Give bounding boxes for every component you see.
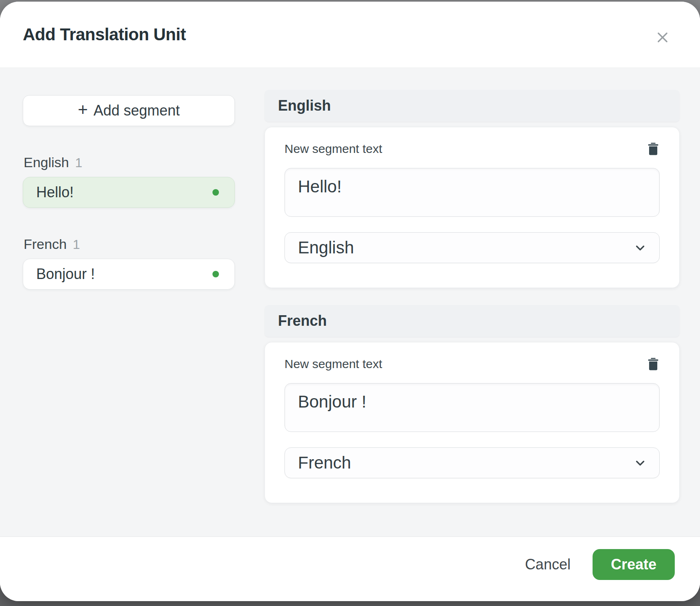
language-group-label-english: English 1: [23, 155, 235, 170]
language-group-label-french: French 1: [23, 236, 235, 252]
section-title: French: [278, 312, 327, 329]
close-button[interactable]: [653, 28, 672, 47]
delete-segment-button[interactable]: [644, 355, 662, 373]
segment-list-item-french[interactable]: Bonjour !: [23, 259, 235, 290]
language-select[interactable]: French: [284, 447, 660, 478]
group-count-badge: 1: [75, 155, 83, 170]
segment-card: New segment text Bonjour !: [265, 342, 680, 503]
segment-editor-panel: English New segment text: [265, 90, 680, 536]
dialog-header: Add Translation Unit: [0, 2, 700, 68]
editor-section-english: English New segment text: [265, 90, 680, 288]
segment-text-input[interactable]: Bonjour !: [284, 383, 660, 432]
status-dot-icon: [212, 271, 219, 277]
card-label-row: New segment text: [284, 355, 660, 373]
segment-card: New segment text Hello!: [265, 127, 680, 288]
create-button[interactable]: Create: [593, 549, 675, 580]
dialog-body: + Add segment English 1 Hello! French 1 …: [0, 68, 700, 537]
group-language: English: [24, 155, 69, 170]
language-select-value: French: [298, 453, 351, 473]
segment-text-label: New segment text: [284, 357, 382, 371]
section-header-bar: English: [265, 90, 680, 122]
add-translation-unit-dialog: Add Translation Unit + Add segment Engli…: [0, 2, 700, 601]
close-icon: [655, 30, 670, 45]
plus-icon: +: [78, 101, 88, 118]
segment-text-input[interactable]: Hello!: [284, 168, 660, 217]
delete-segment-button[interactable]: [644, 140, 662, 158]
group-language: French: [24, 236, 67, 252]
dialog-title: Add Translation Unit: [23, 25, 186, 44]
language-select[interactable]: English: [284, 232, 660, 263]
add-segment-button[interactable]: + Add segment: [23, 95, 235, 126]
card-label-row: New segment text: [284, 140, 660, 158]
chevron-down-icon: [633, 456, 647, 470]
language-select-value: English: [298, 238, 354, 257]
trash-icon: [647, 357, 660, 371]
editor-section-french: French New segment text: [265, 305, 680, 503]
status-dot-icon: [212, 189, 219, 196]
group-count-badge: 1: [73, 237, 80, 252]
segment-text-label: New segment text: [284, 142, 382, 156]
section-title: English: [278, 97, 331, 114]
segments-panel: + Add segment English 1 Hello! French 1 …: [23, 90, 235, 536]
chevron-down-icon: [633, 241, 647, 255]
segment-item-text: Hello!: [36, 184, 212, 201]
trash-icon: [647, 142, 660, 156]
add-segment-label: Add segment: [94, 102, 180, 119]
section-header-bar: French: [265, 305, 680, 337]
segment-item-text: Bonjour !: [36, 266, 212, 283]
dialog-footer: Cancel Create: [0, 537, 700, 601]
segment-list-item-english[interactable]: Hello!: [23, 177, 235, 208]
cancel-button[interactable]: Cancel: [514, 550, 581, 579]
